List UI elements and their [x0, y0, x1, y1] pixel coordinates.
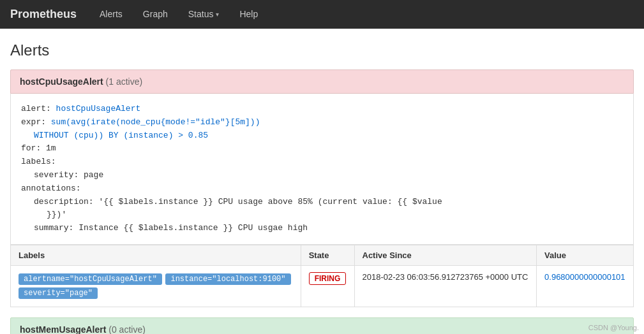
detail-line-2: expr: sum(avg(irate(node_cpu{mode!="idle… — [21, 116, 623, 129]
page-title: Alerts — [10, 41, 634, 59]
col-labels: Labels — [11, 245, 301, 265]
detail-line-7: annotations: — [21, 182, 623, 196]
detail-line-9: }})' — [21, 208, 623, 222]
detail-line-5: labels: — [21, 156, 623, 169]
col-value: Value — [537, 245, 634, 265]
alert-group-count-cpu: (1 active) — [106, 76, 143, 87]
alert-group-count-mem: (0 active) — [109, 324, 146, 334]
detail-line-10: summary: Instance {{ $labels.instance }}… — [21, 222, 623, 235]
detail-line-6: severity: page — [21, 169, 623, 182]
alert-table-cpu: Labels State Active Since Value alertnam… — [10, 245, 634, 307]
page-content: Alerts hostCpuUsageAlert (1 active) aler… — [0, 29, 644, 334]
alert-group-name-cpu: hostCpuUsageAlert — [20, 76, 103, 87]
col-active-since: Active Since — [354, 245, 537, 265]
alert-group-name-mem: hostMemUsageAlert — [20, 324, 106, 334]
table-row: alertname="hostCpuUsageAlert" instance="… — [11, 265, 634, 307]
nav-alerts[interactable]: Alerts — [89, 0, 133, 29]
detail-line-4: for: 1m — [21, 142, 623, 156]
chevron-down-icon: ▾ — [216, 0, 219, 29]
detail-line-3: WITHOUT (cpu)) BY (instance) > 0.85 — [21, 129, 623, 143]
alert-detail-cpu: alert: hostCpuUsageAlert expr: sum(avg(i… — [10, 94, 634, 245]
label-tag-alertname[interactable]: alertname="hostCpuUsageAlert" — [19, 273, 162, 285]
detail-line-8: description: '{{ $labels.instance }} CPU… — [21, 196, 623, 209]
brand-logo[interactable]: Prometheus — [10, 8, 77, 21]
watermark: CSDN @Young. — [588, 324, 639, 331]
cell-state: FIRING — [301, 265, 354, 307]
nav-status[interactable]: Status ▾ — [178, 0, 230, 29]
navbar: Prometheus Alerts Graph Status ▾ Help — [0, 0, 644, 29]
detail-line-1: alert: hostCpuUsageAlert — [21, 103, 623, 116]
alert-group-header-cpu[interactable]: hostCpuUsageAlert (1 active) — [10, 69, 634, 94]
value-link[interactable]: 0.9680000000000101 — [544, 272, 625, 282]
label-tag-severity[interactable]: severity="page" — [19, 287, 98, 299]
alert-group-cpu: hostCpuUsageAlert (1 active) alert: host… — [10, 69, 634, 307]
col-state: State — [301, 245, 354, 265]
cell-active-since: 2018-02-23 06:03:56.912723765 +0000 UTC — [354, 265, 537, 307]
firing-badge: FIRING — [309, 272, 347, 285]
nav-graph[interactable]: Graph — [133, 0, 178, 29]
cell-value: 0.9680000000000101 — [537, 265, 634, 307]
alert-group-header-mem[interactable]: hostMemUsageAlert (0 active) — [10, 317, 634, 334]
label-tag-instance[interactable]: instance="localhost:9100" — [165, 273, 290, 285]
table-header-row: Labels State Active Since Value — [11, 245, 634, 265]
nav-help[interactable]: Help — [229, 0, 268, 29]
cell-labels: alertname="hostCpuUsageAlert" instance="… — [11, 265, 301, 307]
alert-group-mem: hostMemUsageAlert (0 active) — [10, 317, 634, 334]
